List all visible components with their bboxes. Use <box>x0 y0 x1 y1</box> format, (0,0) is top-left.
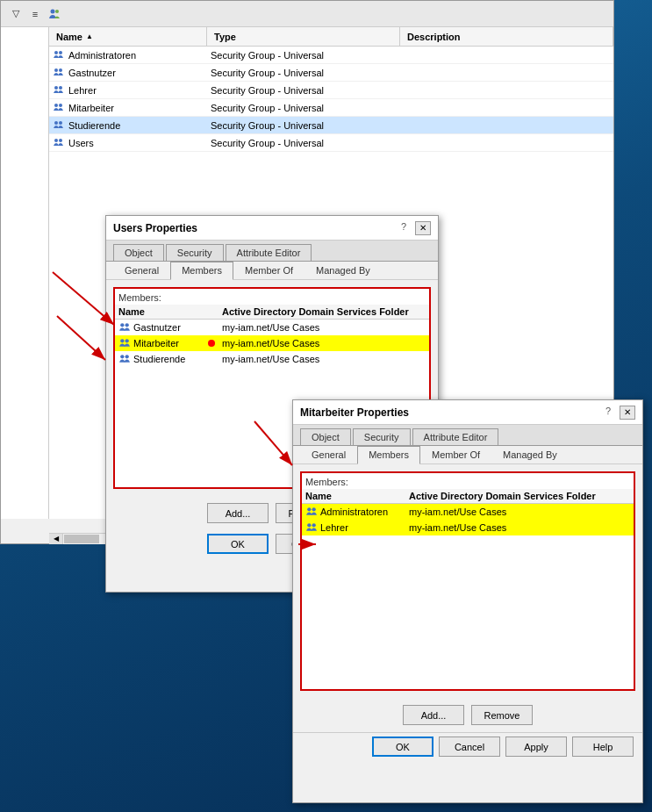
table-row[interactable]: Users Security Group - Universal <box>49 134 613 152</box>
add-button[interactable]: Add... <box>207 503 269 523</box>
member-name-cell: Studierende <box>118 353 215 365</box>
member-name-cell: Administratoren <box>305 506 402 518</box>
members-header-name: Name <box>305 491 402 501</box>
users-icon[interactable] <box>47 6 62 22</box>
table-row[interactable]: Lehrer Security Group - Universal <box>49 82 613 99</box>
members-header-name: Name <box>118 306 215 317</box>
group-icon <box>53 49 65 61</box>
tab-object[interactable]: Object <box>113 244 164 261</box>
member-row-studierende[interactable]: Studierende my-iam.net/Use Cases <box>115 351 429 367</box>
filter-icon[interactable]: ▽ <box>8 6 24 22</box>
cell-desc <box>400 117 613 133</box>
tab-members[interactable]: Members <box>170 262 233 280</box>
mitarbeiter-dialog-titlebar: Mitarbeiter Properties ? ✕ <box>293 400 642 425</box>
members-label: Members: <box>115 289 429 305</box>
svg-rect-4 <box>53 59 65 61</box>
cell-type: Security Group - Universal <box>207 134 400 151</box>
svg-point-22 <box>312 507 316 511</box>
scroll-left-btn[interactable]: ◀ <box>49 534 63 544</box>
tab-general[interactable]: General <box>300 446 357 463</box>
member-icon <box>118 321 131 334</box>
svg-point-15 <box>120 323 124 327</box>
scroll-thumb[interactable] <box>64 535 99 543</box>
svg-point-3 <box>59 51 62 54</box>
table-row[interactable]: Gastnutzer Security Group - Universal <box>49 64 613 82</box>
remove-button[interactable]: Remove <box>471 705 533 725</box>
tab-object[interactable]: Object <box>300 428 351 445</box>
svg-point-9 <box>54 104 58 107</box>
svg-point-1 <box>55 10 59 13</box>
close-button[interactable]: ✕ <box>620 406 635 420</box>
dialog-tabs-row1: Object Security Attribute Editor <box>106 241 438 262</box>
mitarbeiter-members-box: Members: Name Active Directory Domain Se… <box>300 471 635 691</box>
tab-members[interactable]: Members <box>357 446 420 464</box>
main-titlebar: ▽ ≡ <box>1 1 613 27</box>
member-name-cell: Lehrer <box>305 521 402 534</box>
svg-point-16 <box>125 323 129 327</box>
cell-desc <box>400 47 613 63</box>
cancel-button[interactable]: Cancel <box>439 737 500 757</box>
svg-point-12 <box>59 121 62 125</box>
tab-general[interactable]: General <box>113 262 170 279</box>
member-folder-cell: my-iam.net/Use Cases <box>215 338 319 349</box>
tab-managed-by[interactable]: Managed By <box>491 446 569 463</box>
cell-desc <box>400 82 613 98</box>
mitarbeiter-action-buttons: OK Cancel Apply Help <box>293 732 642 764</box>
member-row-gastnutzer[interactable]: Gastnutzer my-iam.net/Use Cases <box>115 320 429 335</box>
svg-point-2 <box>54 51 58 54</box>
member-row-lehrer[interactable]: Lehrer my-iam.net/Use Cases <box>302 520 634 535</box>
svg-point-10 <box>59 104 62 107</box>
add-button[interactable]: Add... <box>403 705 464 725</box>
cell-type: Security Group - Universal <box>207 47 400 63</box>
cell-type: Security Group - Universal <box>207 82 400 98</box>
member-icon <box>305 506 318 518</box>
tab-attribute-editor[interactable]: Attribute Editor <box>412 428 499 445</box>
help-button[interactable]: ? <box>605 406 611 420</box>
ok-button[interactable]: OK <box>372 737 433 757</box>
cell-desc <box>400 99 613 116</box>
member-folder-cell: my-iam.net/Use Cases <box>402 522 630 533</box>
member-name-cell: Mitarbeiter <box>118 337 215 349</box>
header-name: Name ▲ <box>49 27 207 46</box>
help-button[interactable]: ? <box>401 221 406 235</box>
users-dialog-title: Users Properties <box>113 222 197 234</box>
svg-point-14 <box>59 139 62 142</box>
list-icon[interactable]: ≡ <box>27 6 43 22</box>
close-button[interactable]: ✕ <box>415 221 431 235</box>
member-folder-cell: my-iam.net/Use Cases <box>215 322 426 333</box>
member-row-administratoren[interactable]: Administratoren my-iam.net/Use Cases <box>302 504 634 520</box>
tab-member-of[interactable]: Member Of <box>420 446 491 463</box>
svg-point-7 <box>54 86 58 90</box>
cell-desc <box>400 134 613 151</box>
svg-point-23 <box>307 523 311 527</box>
members-label: Members: <box>302 473 634 489</box>
mitarbeiter-add-remove-buttons: Add... Remove <box>293 698 642 732</box>
svg-point-21 <box>307 507 311 511</box>
cell-name: Studierende <box>49 117 207 133</box>
group-icon <box>53 137 65 149</box>
svg-point-19 <box>120 355 124 358</box>
svg-point-13 <box>54 139 58 142</box>
tab-member-of[interactable]: Member Of <box>233 262 305 279</box>
table-row[interactable]: Mitarbeiter Security Group - Universal <box>49 99 613 117</box>
help-btn[interactable]: Help <box>572 737 634 757</box>
group-icon <box>53 84 65 97</box>
ok-button[interactable]: OK <box>207 534 269 554</box>
members-header-folder: Active Directory Domain Services Folder <box>215 306 426 317</box>
tab-security[interactable]: Security <box>353 428 411 445</box>
tab-security[interactable]: Security <box>166 244 224 261</box>
cell-desc <box>400 64 613 81</box>
apply-button[interactable]: Apply <box>505 737 567 757</box>
svg-point-6 <box>59 68 62 72</box>
cell-name: Gastnutzer <box>49 64 207 81</box>
title-buttons: ? ✕ <box>401 221 431 235</box>
member-row-mitarbeiter[interactable]: Mitarbeiter my-iam.net/Use Cases <box>115 335 429 351</box>
table-row[interactable]: Administratoren Security Group - Univers… <box>49 47 613 64</box>
table-row[interactable]: Studierende Security Group - Universal <box>49 117 613 134</box>
member-icon <box>118 353 131 365</box>
mitarbeiter-dialog-title: Mitarbeiter Properties <box>300 406 409 419</box>
users-dialog-titlebar: Users Properties ? ✕ <box>106 216 438 241</box>
list-header: Name ▲ Type Description <box>49 27 613 47</box>
tab-managed-by[interactable]: Managed By <box>305 262 382 279</box>
tab-attribute-editor[interactable]: Attribute Editor <box>226 244 312 261</box>
